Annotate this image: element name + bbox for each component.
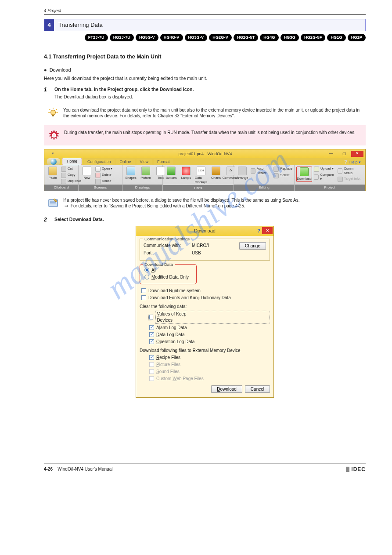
minimize-icon[interactable]: —	[325, 151, 337, 157]
subsub-text: Download	[50, 67, 71, 73]
section-header-bar: 4 Transferring Data	[44, 19, 366, 31]
group-screens-label: Screens	[79, 185, 122, 190]
buttons-button[interactable]: Buttons	[165, 167, 178, 181]
checkbox-icon	[149, 325, 154, 330]
step-number-icon: 1	[44, 86, 52, 93]
model-pill: FT2J-7U	[85, 34, 108, 41]
checkbox-icon	[141, 288, 146, 293]
arrange-button[interactable]: Arrange	[236, 167, 249, 181]
ribbon-tabs: Home Configuration Online View Format ❔ …	[44, 158, 365, 165]
change-button[interactable]: Change	[239, 242, 266, 250]
shapes-button[interactable]: Shapes	[124, 167, 137, 181]
chk-operation[interactable]: Operation Log Data	[149, 339, 270, 345]
lamps-button[interactable]: Lamps	[180, 167, 193, 181]
compare-button[interactable]: Compare ▾	[314, 173, 336, 182]
step-1-text: On the Home tab, in the Project group, c…	[54, 86, 194, 93]
radio-all[interactable]: All	[144, 267, 194, 273]
page-footer: 4-26 WindO/I-NV4 User's Manual IDEC	[0, 464, 392, 479]
commsetup-button[interactable]: Comm. Setup	[338, 167, 363, 176]
tab-view[interactable]: View	[137, 159, 152, 165]
chk-recipe[interactable]: Recipe Files	[149, 355, 270, 361]
checkbox-icon	[149, 355, 154, 360]
cancel-button[interactable]: Cancel	[245, 385, 270, 393]
section-title: Transferring Data	[54, 19, 107, 31]
open-screen-button[interactable]: Open ▾	[95, 167, 112, 172]
picture-button[interactable]: Picture	[139, 167, 152, 181]
group-drawings-label: Drawings	[122, 185, 162, 190]
step-1: 1 On the Home tab, in the Project group,…	[44, 86, 366, 101]
model-pill: HG3G-V	[185, 34, 208, 41]
step-2-text: Select Download Data.	[54, 216, 104, 223]
chk-fonts[interactable]: Download Fonts and Kanji Dictionary Data	[141, 295, 270, 301]
dialog-close-icon[interactable]: ✕	[262, 227, 273, 234]
tab-home[interactable]: Home	[62, 158, 82, 165]
tab-configuration[interactable]: Configuration	[84, 159, 115, 165]
bullet-icon: ●	[44, 67, 47, 73]
model-pill: HG4G-V	[160, 34, 183, 41]
chk-picture: Picture Files	[149, 362, 270, 368]
align-icon[interactable]	[251, 177, 257, 183]
reuse-screen-button[interactable]: Reuse	[95, 179, 112, 184]
page-number: 4-26	[44, 467, 53, 472]
app-orb-icon[interactable]	[47, 158, 60, 165]
description: Here you will download the project that …	[44, 75, 366, 82]
dialog-title: Download	[194, 228, 216, 234]
ribbon-titlebar: ▾ project01.pn4 - WindO/I-NV4 — ▢ ✕	[44, 149, 365, 158]
rotate-icon[interactable]	[258, 177, 264, 183]
charts-button[interactable]: Charts	[209, 167, 223, 181]
chk-alarm[interactable]: Alarm Log Data	[149, 325, 270, 331]
model-pill: HG5G-V	[136, 34, 158, 41]
step-number-icon: 2	[44, 216, 52, 223]
warning-callout: ! During data transfer, the main unit st…	[44, 125, 366, 145]
model-pills: FT2J-7U HG2J-7U HG5G-V HG4G-V HG3G-V HG2…	[44, 34, 366, 41]
radio-modified[interactable]: Modified Data Only	[144, 274, 194, 280]
upload-button[interactable]: Upload ▾	[314, 167, 336, 172]
chk-keep[interactable]: Values of Keep Devices	[149, 311, 270, 324]
targetinfo-button[interactable]: Target Info.	[338, 177, 363, 182]
step-2: 2 Select Download Data.	[44, 216, 366, 223]
rule-top	[44, 14, 366, 15]
group-clipboard-label: Clipboard	[44, 185, 78, 190]
replace-button[interactable]: Replace	[273, 167, 292, 172]
help-menu[interactable]: ❔ Help ▾	[343, 160, 363, 165]
checkbox-icon	[149, 369, 154, 374]
subheading-4-1: 4.1 Transferring Project Data to the Mai…	[44, 53, 366, 61]
section-number: 4	[44, 19, 54, 31]
group-editing-label: Editing	[234, 185, 294, 190]
download-action-button[interactable]: Download	[211, 385, 242, 393]
chapter-ref: 4 Project	[44, 8, 366, 14]
paste-button[interactable]: Paste	[46, 167, 59, 181]
checkbox-icon	[149, 362, 154, 367]
model-pill: HG4G	[260, 34, 278, 41]
warning-text: During data transfer, the main unit stop…	[64, 130, 356, 136]
delete-screen-button[interactable]: Delete	[95, 173, 112, 178]
dialog-help-icon[interactable]: ?	[257, 228, 260, 234]
close-icon[interactable]: ✕	[351, 151, 363, 157]
autoresize-button[interactable]: Auto Resize	[251, 167, 272, 176]
new-screen-button[interactable]: New	[80, 167, 94, 181]
rule-under-pills	[44, 45, 366, 45]
download-button[interactable]: Download	[296, 167, 312, 182]
maximize-icon[interactable]: ▢	[338, 151, 350, 157]
comm-with-label: Communicate with:	[144, 243, 192, 249]
svg-point-5	[51, 110, 56, 115]
chk-sound: Sound Files	[149, 369, 270, 375]
note-text-2: For details, refer to "Saving the Projec…	[71, 203, 245, 208]
step-1-result: The Download dialog box is displayed.	[54, 94, 194, 100]
tab-format[interactable]: Format	[154, 159, 173, 165]
select-button[interactable]: Select	[273, 173, 292, 178]
data-displays-button[interactable]: 1234Data Displays	[194, 167, 208, 185]
subsubheading: ● Download	[44, 67, 366, 73]
group-parts-label: Parts	[163, 185, 234, 191]
chk-data[interactable]: Data Log Data	[149, 332, 270, 338]
download-data-fieldset: Download Data All Modified Data Only	[140, 264, 197, 284]
brand-mark-icon	[346, 467, 349, 472]
warning-burst-icon: !	[48, 130, 60, 141]
download-dialog: Download ? ✕ Communication Settings Comm…	[136, 226, 274, 398]
model-pill: HG2G-V	[209, 34, 232, 41]
chk-runtime[interactable]: Download Runtime system	[141, 288, 270, 294]
model-pill: HG3G	[281, 34, 299, 41]
download-data-legend: Download Data	[143, 261, 175, 267]
tab-online[interactable]: Online	[116, 159, 135, 165]
manual-name: WindO/I-NV4 User's Manual	[58, 467, 112, 472]
